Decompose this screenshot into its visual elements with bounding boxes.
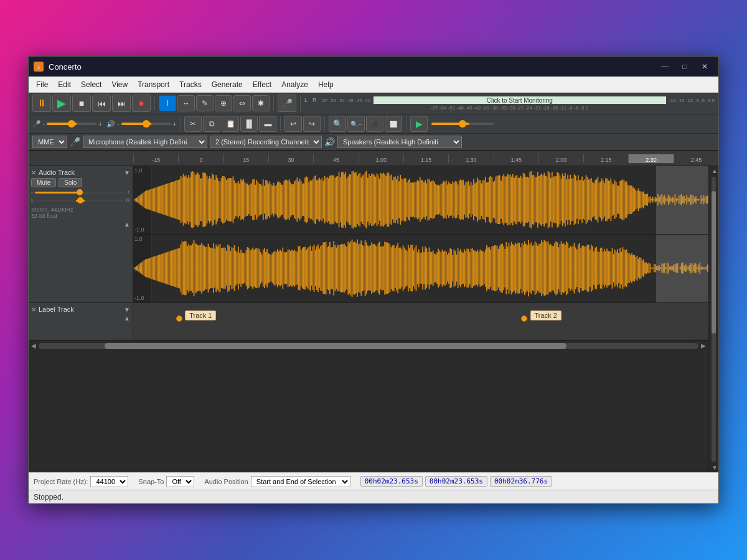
tool-envelope[interactable]: ↔ — [177, 95, 195, 111]
label-tag-1[interactable]: Track 1 — [185, 310, 216, 320]
selection-mode-select[interactable]: Start and End of Selection — [251, 476, 350, 487]
solo-button[interactable]: Solo — [59, 178, 82, 187]
pause-button[interactable]: ⏸ — [32, 95, 51, 112]
track-dropdown-button[interactable]: ▼ — [124, 169, 130, 176]
label-track-dropdown[interactable]: ▼ — [124, 306, 130, 313]
tool-draw[interactable]: ✎ — [196, 95, 214, 111]
menu-view[interactable]: View — [106, 79, 133, 90]
svg-rect-486 — [189, 246, 190, 291]
svg-rect-720 — [496, 245, 497, 291]
svg-rect-141 — [316, 180, 317, 219]
svg-rect-458 — [153, 257, 154, 280]
input-level-slider[interactable] — [47, 123, 96, 125]
input-monitor-button[interactable]: 🎤 — [278, 95, 296, 112]
zoom-in-button[interactable]: 🔍 — [329, 116, 346, 132]
time-display-section: 00h02m23.653s 00h02m23.653s 00h02m36.776… — [360, 476, 552, 487]
close-button[interactable]: ✕ — [696, 60, 713, 73]
menu-generate[interactable]: Generate — [207, 79, 248, 90]
svg-rect-17 — [154, 188, 156, 212]
svg-rect-585 — [319, 248, 320, 287]
horizontal-scrollbar[interactable]: ◀ ▶ — [29, 340, 708, 350]
label-track-close-button[interactable]: ✕ — [31, 306, 36, 313]
start-monitoring-button[interactable]: Click to Start Monitoring — [374, 96, 667, 104]
output-level-slider[interactable] — [121, 123, 171, 125]
svg-rect-333 — [567, 175, 568, 225]
svg-rect-253 — [463, 180, 464, 220]
maximize-button[interactable]: □ — [676, 60, 693, 73]
tool-zoom[interactable]: ⊕ — [215, 95, 232, 111]
svg-rect-255 — [465, 182, 466, 218]
tool-timeshift[interactable]: ⇔ — [233, 95, 251, 111]
svg-rect-399 — [654, 198, 655, 201]
menu-analyze[interactable]: Analyze — [276, 79, 313, 90]
menu-edit[interactable]: Edit — [53, 79, 76, 90]
menu-select[interactable]: Select — [76, 79, 106, 90]
paste-button[interactable]: 📋 — [222, 116, 239, 132]
scroll-right-button[interactable]: ▶ — [698, 342, 708, 349]
copy-button[interactable]: ⧉ — [203, 116, 220, 132]
vscroll-track[interactable] — [712, 177, 716, 462]
scroll-up-button[interactable]: ▲ — [709, 166, 718, 175]
project-rate-select[interactable]: 44100 — [90, 476, 128, 487]
channels-select[interactable]: 2 (Stereo) Recording Channels — [210, 136, 322, 148]
volume-slider[interactable] — [35, 192, 125, 194]
audio-api-select[interactable]: MME — [32, 136, 67, 148]
time-display-2[interactable]: 00h02m23.653s — [425, 476, 487, 487]
stop-button[interactable]: ■ — [72, 95, 91, 112]
tool-select[interactable]: I — [159, 95, 176, 111]
menu-file[interactable]: File — [31, 79, 53, 90]
svg-rect-239 — [444, 182, 446, 217]
scroll-left-button[interactable]: ◀ — [29, 342, 39, 349]
label-track-content[interactable]: Track 1 Track 2 — [133, 303, 708, 340]
menu-tracks[interactable]: Tracks — [174, 79, 207, 90]
scroll-track[interactable] — [39, 343, 698, 349]
svg-rect-543 — [264, 248, 265, 288]
audio-track-waveform[interactable]: 1.0 0.0 -1.0 — [133, 166, 708, 302]
menu-transport[interactable]: Transport — [133, 79, 174, 90]
svg-rect-700 — [469, 252, 471, 284]
svg-rect-647 — [400, 248, 401, 289]
minimize-button[interactable]: — — [656, 60, 674, 73]
label-collapse-button[interactable]: ▲ — [124, 315, 130, 322]
svg-rect-450 — [143, 261, 144, 275]
input-device-select[interactable]: Microphone (Realtek High Defini — [83, 136, 207, 148]
svg-rect-84 — [242, 180, 243, 219]
cut-button[interactable]: ✂ — [184, 116, 202, 132]
vertical-scrollbar[interactable]: ▲ ▼ — [708, 166, 718, 472]
to-end-button[interactable]: ⏭ — [112, 95, 131, 112]
pan-slider[interactable] — [36, 200, 124, 202]
collapse-button[interactable]: ▲ — [124, 221, 130, 228]
time-display-3[interactable]: 00h02m36.776s — [490, 476, 552, 487]
svg-rect-727 — [504, 249, 505, 287]
to-start-button[interactable]: ⏮ — [92, 95, 111, 112]
play-at-speed-button[interactable]: ▶ — [410, 116, 428, 132]
svg-rect-133 — [306, 176, 307, 223]
silence-button[interactable]: ▬ — [259, 116, 276, 132]
output-device-select[interactable]: Speakers (Realtek High Definiti — [337, 136, 462, 148]
zoom-fit-button[interactable]: ⬜ — [385, 116, 402, 132]
undo-button[interactable]: ↩ — [284, 116, 302, 132]
zoom-sel-button[interactable]: ⬛ — [366, 116, 383, 132]
scroll-thumb[interactable] — [105, 343, 566, 349]
redo-button[interactable]: ↪ — [303, 116, 321, 132]
play-button[interactable]: ▶ — [52, 95, 71, 112]
vscroll-thumb[interactable] — [712, 191, 716, 334]
trim-button[interactable]: ▐▌ — [240, 116, 258, 132]
svg-rect-798 — [598, 251, 599, 285]
track-close-button[interactable]: ✕ — [31, 169, 36, 176]
label-tag-2[interactable]: Track 2 — [530, 310, 561, 320]
svg-rect-752 — [537, 246, 538, 291]
zoom-out-button[interactable]: 🔍− — [347, 116, 365, 132]
menu-effect[interactable]: Effect — [248, 79, 276, 90]
tool-multi[interactable]: ✱ — [252, 95, 270, 111]
svg-rect-293 — [515, 176, 516, 224]
record-button[interactable]: ● — [132, 95, 151, 112]
mute-button[interactable]: Mute — [31, 178, 56, 187]
snap-to-select[interactable]: Off — [166, 476, 194, 487]
zoom-tools: 🔍 🔍− ⬛ ⬜ — [329, 116, 402, 132]
time-display-1[interactable]: 00h02m23.653s — [360, 476, 423, 487]
svg-rect-654 — [409, 248, 410, 288]
menu-help[interactable]: Help — [313, 79, 339, 90]
scroll-down-button[interactable]: ▼ — [709, 463, 718, 472]
playback-speed-slider[interactable] — [431, 123, 494, 125]
